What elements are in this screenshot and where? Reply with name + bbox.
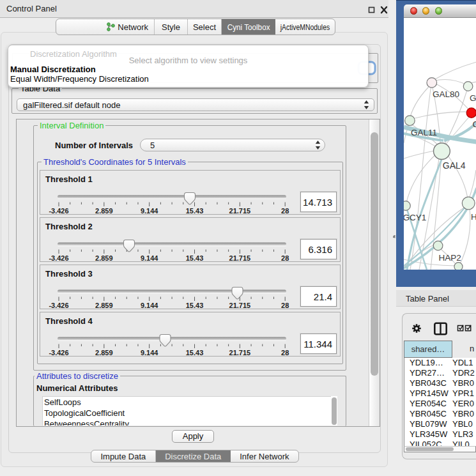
svg-text:HAP2: HAP2 <box>438 253 461 263</box>
svg-text:C: C <box>472 119 476 129</box>
svg-text:GAL80: GAL80 <box>432 89 459 99</box>
svg-text:GAL4: GAL4 <box>442 160 465 171</box>
svg-text:H: H <box>471 212 476 222</box>
svg-text:GA: GA <box>470 93 476 103</box>
svg-text:GAL11: GAL11 <box>411 128 437 137</box>
svg-text:GCY1: GCY1 <box>404 213 426 222</box>
